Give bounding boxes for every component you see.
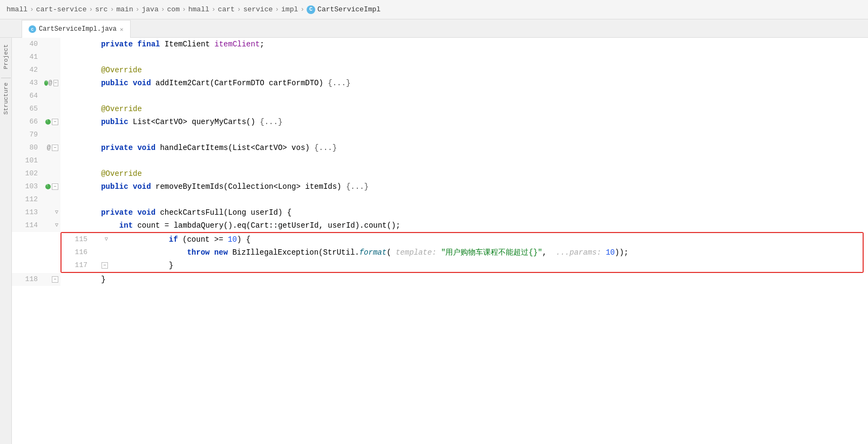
line-112: 112 xyxy=(12,193,868,206)
line-number-116: 116 xyxy=(62,246,94,259)
gutter-icons-66: − xyxy=(44,115,60,128)
line-code-65: @Override xyxy=(60,103,868,115)
line-code-64 xyxy=(60,90,868,103)
line-number-118: 118 xyxy=(12,273,44,286)
gutter-icons-117: − xyxy=(94,259,110,272)
fold-icon-103[interactable]: − xyxy=(52,183,58,190)
line-code-118: } xyxy=(60,273,868,286)
line-code-66: public List<CartVO> queryMyCarts() {...} xyxy=(60,115,868,128)
breadcrumb-hmall[interactable]: hmall xyxy=(6,5,28,13)
line-number-40: 40 xyxy=(12,38,44,51)
arrow-icon-114: ▽ xyxy=(55,219,58,232)
code-content[interactable]: 40 private final ItemClient itemClient; … xyxy=(12,38,868,444)
fold-icon-118[interactable]: − xyxy=(52,276,58,283)
fold-icon-66[interactable]: − xyxy=(52,119,58,125)
line-code-114: int count = lambdaQuery().eq(Cart::getUs… xyxy=(60,219,868,232)
line-number-41: 41 xyxy=(12,51,44,64)
line-number-79: 79 xyxy=(12,128,44,141)
gutter-icons-116 xyxy=(94,246,110,259)
line-code-117: } xyxy=(110,259,863,272)
gutter-icons-64 xyxy=(44,90,60,103)
gutter-icons-102 xyxy=(44,167,60,180)
run-icon-43[interactable] xyxy=(44,80,48,86)
gutter-icons-80: @ − xyxy=(44,141,60,154)
run-icon-103[interactable] xyxy=(45,184,51,189)
gutter-icons-118: − xyxy=(44,273,60,286)
line-number-64: 64 xyxy=(12,90,44,103)
editor-area: 40 private final ItemClient itemClient; … xyxy=(12,38,868,444)
breadcrumb-main[interactable]: main xyxy=(116,5,133,13)
line-code-42: @Override xyxy=(60,64,868,77)
line-number-66: 66 xyxy=(12,115,44,128)
line-65: 65 @Override xyxy=(12,103,868,115)
gutter-icons-40 xyxy=(44,38,60,51)
line-number-43: 43 xyxy=(12,77,44,90)
breadcrumb-cart-service[interactable]: cart-service xyxy=(36,5,87,13)
gutter-icons-112 xyxy=(44,193,60,206)
line-code-43: public void addItem2Cart(CartFormDTO car… xyxy=(60,77,868,90)
gutter-icons-115: ▽ xyxy=(94,233,110,246)
line-code-112 xyxy=(60,193,868,206)
breadcrumb: hmall › cart-service › src › main › java… xyxy=(0,0,868,19)
line-code-103: public void removeByItemIds(Collection<L… xyxy=(60,180,868,193)
breadcrumb-hmall2[interactable]: hmall xyxy=(188,5,209,13)
line-117: 117 − } xyxy=(62,259,863,272)
line-code-80: private void handleCartItems(List<CartVO… xyxy=(60,141,868,154)
gutter-icons-79 xyxy=(44,128,60,141)
left-sidebar: Project Structure xyxy=(0,38,12,444)
arrow-icon-113: ▽ xyxy=(55,206,58,219)
line-code-116: throw new BizIllegalException(StrUtil.fo… xyxy=(110,246,863,259)
fold-icon-43[interactable]: − xyxy=(53,80,58,86)
line-code-101 xyxy=(60,154,868,167)
line-number-114: 114 xyxy=(12,219,44,232)
gutter-icons-113: ▽ xyxy=(44,206,60,219)
line-code-79 xyxy=(60,128,868,141)
breadcrumb-service[interactable]: service xyxy=(243,5,273,13)
breadcrumb-java[interactable]: java xyxy=(142,5,159,13)
breadcrumb-classname[interactable]: CartServiceImpl xyxy=(317,5,381,13)
arrow-icon-115: ▽ xyxy=(105,233,108,246)
gutter-icons-43: @ − xyxy=(44,77,60,90)
breadcrumb-com[interactable]: com xyxy=(167,5,180,13)
breadcrumb-cart[interactable]: cart xyxy=(218,5,235,13)
gutter-icons-42 xyxy=(44,64,60,77)
line-number-117: 117 xyxy=(62,259,94,272)
line-115: 115 ▽ if (count >= 10) { xyxy=(62,233,863,246)
line-code-113: private void checkCartsFull(Long userId)… xyxy=(60,206,868,219)
line-number-103: 103 xyxy=(12,180,44,193)
at-icon-80: @ xyxy=(47,141,51,154)
line-43: 43 @ − public void addItem2Cart(CartForm… xyxy=(12,77,868,90)
breadcrumb-impl[interactable]: impl xyxy=(281,5,298,13)
highlight-box: 115 ▽ if (count >= 10) { 116 throw new B… xyxy=(60,232,864,273)
line-code-102: @Override xyxy=(60,167,868,180)
fold-icon-117[interactable]: − xyxy=(101,262,108,269)
tab-label: CartServiceImpl.java xyxy=(39,25,117,33)
line-number-112: 112 xyxy=(12,193,44,206)
breadcrumb-src[interactable]: src xyxy=(95,5,107,13)
line-number-102: 102 xyxy=(12,167,44,180)
tab-close-button[interactable]: ✕ xyxy=(120,26,124,33)
main-layout: Project Structure 40 private final ItemC… xyxy=(0,38,868,444)
fold-icon-80[interactable]: − xyxy=(52,145,58,151)
line-number-42: 42 xyxy=(12,64,44,77)
run-icon-66[interactable] xyxy=(45,119,51,125)
sidebar-structure-label[interactable]: Structure xyxy=(2,80,10,117)
sidebar-project-label[interactable]: Project xyxy=(2,42,10,71)
line-113: 113 ▽ private void checkCartsFull(Long u… xyxy=(12,206,868,219)
tab-cartserviceimpl[interactable]: C CartServiceImpl.java ✕ xyxy=(22,20,131,38)
tab-class-icon: C xyxy=(29,25,36,33)
gutter-icons-114: ▽ xyxy=(44,219,60,232)
line-number-65: 65 xyxy=(12,103,44,115)
line-80: 80 @ − private void handleCartItems(List… xyxy=(12,141,868,154)
line-code-40: private final ItemClient itemClient; xyxy=(60,38,868,51)
class-icon: C xyxy=(307,5,315,14)
line-40: 40 private final ItemClient itemClient; xyxy=(12,38,868,51)
line-64: 64 xyxy=(12,90,868,103)
line-102: 102 @Override xyxy=(12,167,868,180)
at-icon-43: @ xyxy=(48,77,52,90)
gutter-icons-65 xyxy=(44,103,60,115)
line-66: 66 − public List<CartVO> queryMyCarts() … xyxy=(12,115,868,128)
gutter-icons-101 xyxy=(44,154,60,167)
line-42: 42 @Override xyxy=(12,64,868,77)
line-118: 118 − } xyxy=(12,273,868,286)
